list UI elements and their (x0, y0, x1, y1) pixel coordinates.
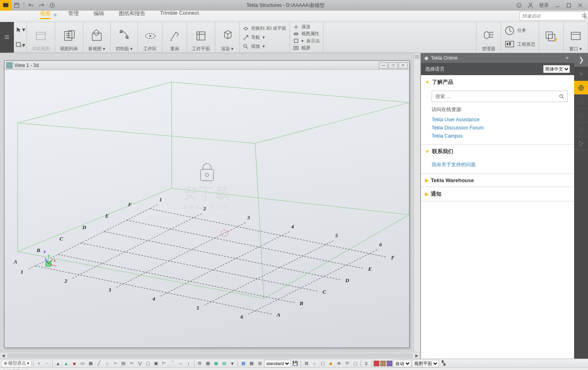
tb-x1-icon[interactable]: ⊠ (303, 360, 310, 367)
combo-auto[interactable]: 自动 (393, 360, 411, 367)
tab-管理[interactable]: 管理 (61, 8, 86, 22)
tb-green1-icon[interactable]: ▣ (212, 360, 220, 367)
tab-图纸和报告[interactable]: 图纸和报告 (111, 8, 153, 22)
tb-sel3-icon[interactable]: ⊞ (256, 360, 263, 367)
tb-sel1-icon[interactable]: ▦ (240, 360, 247, 367)
tb-square-icon[interactable]: ■ (71, 360, 78, 367)
link-discussion-forum[interactable]: Tekla Discussion Forum (432, 124, 568, 132)
window-button[interactable]: 窗口 ▾ (564, 22, 588, 53)
minimize-icon[interactable] (552, 0, 563, 11)
tb-scissors-icon[interactable]: ✂ (128, 360, 135, 367)
strip-sliders-icon[interactable] (574, 136, 588, 150)
vertical-scrollbar[interactable] (414, 53, 420, 352)
tb-eye-icon[interactable]: 👁 (335, 360, 343, 367)
view-minimize-icon[interactable]: — (379, 62, 388, 69)
tb-arc-icon[interactable]: ⌒ (169, 360, 176, 367)
tb-pointer-icon[interactable]: ▲ (54, 360, 62, 367)
ribbon-视图列表[interactable]: 视图列表 (55, 22, 83, 53)
tb-hatch-icon[interactable]: ▦ (87, 360, 94, 367)
strip-cloud-icon[interactable] (574, 95, 588, 109)
navigate-button[interactable]: 导航 ▾ (243, 33, 286, 42)
maximize-icon[interactable] (564, 0, 574, 11)
roam-button[interactable]: 漫游 (293, 24, 320, 30)
tab-编辑[interactable]: 编辑 (86, 8, 111, 22)
section-notify-header[interactable]: ▶通知 (421, 187, 574, 201)
horizontal-scrollbar[interactable]: ◀▶ (0, 352, 420, 359)
ribbon-重画[interactable]: 重画 (163, 22, 187, 53)
quick-launch-input[interactable] (520, 13, 581, 18)
tb-circle-icon[interactable]: ○ (103, 360, 111, 367)
user-icon[interactable] (525, 0, 536, 11)
tb-plus-icon[interactable]: ＋ (35, 360, 42, 367)
snap-origin-button[interactable]: ⊕ 模型原点 ▾ (2, 360, 31, 367)
tb-line-icon[interactable]: ╱ (95, 360, 102, 367)
tb-hourglass-icon[interactable]: ⧖ (363, 360, 370, 367)
tb-sq2-icon[interactable]: ■ (327, 360, 334, 367)
language-select[interactable]: 简体中文 (543, 65, 570, 73)
view-canvas[interactable]: 安下载 anxz.com AABBCCDDEEFF112233445566 z … (4, 70, 409, 348)
tb-green2-icon[interactable]: ▤ (220, 360, 228, 367)
manager-button[interactable]: 管理器 (477, 22, 501, 53)
quick-launch-search[interactable] (519, 11, 585, 20)
tb-refresh-icon[interactable]: ⟳ (343, 360, 351, 367)
tb-last-icon[interactable]: ▚ (440, 360, 447, 367)
search-icon[interactable] (556, 91, 567, 102)
tb-red-icon[interactable] (374, 361, 379, 366)
panel-close-icon[interactable]: × (564, 55, 571, 61)
ribbon-新视图[interactable]: 新视图 ▾ (83, 22, 111, 53)
tb-o1-icon[interactable]: ○ (311, 360, 318, 367)
section-contact-header[interactable]: ▼联系我们 (421, 145, 574, 158)
tb-grid-icon[interactable]: ▤ (120, 360, 127, 367)
tb-sel2-icon[interactable]: ▦ (248, 360, 255, 367)
tb-pur-icon[interactable] (387, 361, 392, 366)
tb-box1-icon[interactable]: ▢ (144, 360, 151, 367)
zoom-button[interactable]: 缩放 ▾ (243, 42, 286, 51)
panel-search-input[interactable] (432, 91, 556, 102)
tb-v1-icon[interactable]: ⋁ (136, 360, 143, 367)
help-icon[interactable]: ? (514, 0, 524, 11)
panel-search[interactable] (432, 91, 568, 102)
strip-gear-question-icon[interactable]: ? (574, 67, 588, 81)
ribbon-切割面[interactable]: 切割面 ▾ (111, 22, 138, 53)
combo-standard[interactable]: standard (264, 360, 291, 367)
tb-ruler-icon[interactable]: ⊢ (160, 360, 168, 367)
tb-down-icon[interactable]: ▼ (229, 360, 236, 367)
ribbon-渲染[interactable]: 渲染 ▾ (215, 22, 240, 53)
ribbon-工作平面[interactable]: 工作平面 (187, 22, 215, 53)
project-status-button[interactable]: 工程状态 (504, 38, 535, 51)
section-learn-header[interactable]: ▼了解产品 (421, 75, 574, 89)
side-menu-icon[interactable] (0, 22, 14, 53)
view-close-icon[interactable]: × (399, 62, 408, 69)
tb-rect-icon[interactable]: ▭ (79, 360, 86, 367)
strip-settings-icon[interactable] (574, 109, 588, 123)
strip-cube-icon[interactable] (574, 123, 588, 136)
view-maximize-icon[interactable]: □ (389, 62, 398, 69)
login-button[interactable]: 登录 (537, 2, 551, 9)
switch-3d-plane-button[interactable]: 切换到 3D 或平面 (243, 25, 286, 33)
search-icon[interactable] (581, 13, 587, 19)
strip-expand-icon[interactable]: ❯ (574, 53, 588, 67)
tb-save2-icon[interactable]: 💾 (292, 360, 299, 367)
ribbon-工作区[interactable]: 工作区 (138, 22, 163, 53)
section-warehouse-header[interactable]: ▶Tekla Warehouse (421, 174, 574, 187)
tb-dashed-icon[interactable]: ┅ (111, 360, 119, 367)
windows-stack-button[interactable] (539, 22, 564, 53)
close-icon[interactable] (575, 0, 586, 11)
tb-brown-icon[interactable] (380, 361, 386, 366)
link-tekla-campus[interactable]: Tekla Campus (432, 132, 568, 140)
save-icon[interactable] (11, 0, 22, 11)
tab-Trimble Connect[interactable]: Trimble Connect (153, 8, 206, 22)
tb-dim2-icon[interactable]: ↕ (185, 360, 192, 367)
tb-copy-icon[interactable]: ⧉ (196, 360, 203, 367)
tb-sq3-icon[interactable]: ▢ (352, 360, 359, 367)
tasks-button[interactable]: 任务 (504, 24, 535, 38)
combo-viewplane[interactable]: 视图平面 (412, 360, 439, 367)
tb-box2-icon[interactable]: ▣ (152, 360, 160, 367)
link-support-question[interactable]: 我有关于支持的问题 (432, 160, 568, 169)
strip-globe-icon[interactable] (574, 81, 588, 95)
view-props-button[interactable]: 视图属性 (293, 31, 320, 37)
tb-dim1-icon[interactable]: ↔ (177, 360, 184, 367)
tb-triangle-icon[interactable]: ▲ (62, 360, 70, 367)
tb-sq1-icon[interactable]: ▢ (319, 360, 326, 367)
link-user-assistance[interactable]: Tekla User Assistance (432, 116, 568, 124)
